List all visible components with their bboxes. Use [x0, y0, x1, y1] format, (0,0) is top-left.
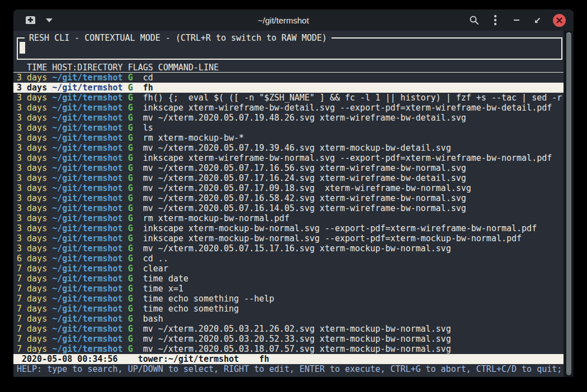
restore-window-icon — [534, 16, 542, 24]
row-command: inkscape xterm-mockup-bw-normal.svg --ex… — [143, 223, 537, 233]
row-host-directory: ~/git/termshot — [52, 213, 127, 223]
history-row[interactable]: 3 days ~/git/termshot G rm xterm-mockup-… — [13, 213, 564, 223]
history-row[interactable]: 3 days ~/git/termshot G mv ~/xterm.2020.… — [13, 203, 564, 213]
new-tab-button[interactable] — [23, 13, 37, 27]
terminal-screen: RESH CLI - CONTEXTUAL MODE - (CTRL+R to … — [13, 31, 574, 377]
history-row[interactable]: 7 days ~/git/termshot G clear — [13, 264, 564, 274]
history-row[interactable]: 3 days ~/git/termshot G mv ~/xterm.2020.… — [13, 193, 564, 203]
row-time: 3 days — [17, 73, 52, 83]
row-host-directory: ~/git/termshot — [52, 143, 127, 153]
row-flags: G — [128, 294, 143, 304]
row-host-directory: ~/git/termshot — [52, 123, 127, 133]
history-row[interactable]: 3 days ~/git/termshot G mv ~/xterm.2020.… — [13, 243, 564, 254]
row-host-directory: ~/git/termshot — [52, 193, 127, 203]
history-rows: 3 days ~/git/termshot G cd3 days ~/git/t… — [13, 73, 564, 354]
row-time: 7 days — [17, 344, 52, 354]
row-host-directory: ~/git/termshot — [52, 223, 127, 233]
search-button[interactable] — [467, 13, 481, 27]
row-time: 7 days — [17, 294, 52, 304]
row-time: 7 days — [17, 304, 52, 314]
row-command: clear — [143, 264, 168, 274]
row-host-directory: ~/git/termshot — [52, 113, 127, 123]
history-row[interactable]: 7 days ~/git/termshot G mv ~/xterm.2020.… — [13, 324, 564, 334]
row-command: ls — [143, 123, 153, 133]
history-row[interactable]: 7 days ~/git/termshot G mv ~/xterm.2020.… — [13, 344, 564, 354]
row-command: cd — [143, 73, 153, 83]
history-row[interactable]: 3 days ~/git/termshot G mv ~/xterm.2020.… — [13, 183, 564, 193]
restore-button[interactable] — [531, 13, 545, 27]
row-host-directory: ~/git/termshot — [52, 203, 127, 213]
row-command: mv ~/xterm.2020.05.07.17.16.56.svg xterm… — [143, 163, 466, 173]
row-time: 7 days — [17, 314, 52, 324]
close-button[interactable] — [552, 13, 566, 27]
history-row[interactable]: 3 days ~/git/termshot G fh() {; eval $( … — [13, 93, 564, 103]
row-command: cd .. — [143, 254, 168, 264]
history-row[interactable]: 3 days ~/git/termshot G mv ~/xterm.2020.… — [13, 173, 564, 183]
row-time: 3 days — [17, 93, 52, 103]
history-row[interactable]: 7 days ~/git/termshot G mv ~/xterm.2020.… — [13, 334, 564, 344]
history-row[interactable]: 3 days ~/git/termshot G mv ~/xterm.2020.… — [13, 143, 564, 153]
row-flags: G — [128, 83, 143, 93]
history-row[interactable]: 3 days ~/git/termshot G mv ~/xterm.2020.… — [13, 113, 564, 123]
row-flags: G — [128, 193, 143, 203]
scrollbar-track[interactable] — [564, 31, 574, 377]
row-time: 3 days — [17, 123, 52, 133]
history-row[interactable]: 7 days ~/git/termshot G time x=1 — [13, 284, 564, 294]
row-command: mv ~/xterm.2020.05.07.16.58.42.svg xterm… — [143, 193, 466, 203]
row-host-directory: ~/git/termshot — [52, 334, 127, 344]
row-flags: G — [128, 163, 143, 173]
row-command: bash — [143, 314, 163, 324]
history-row[interactable]: 3 days ~/git/termshot G rm xterm-mockup-… — [13, 133, 564, 143]
history-row[interactable]: 7 days ~/git/termshot G time date — [13, 274, 564, 284]
row-command: fh() {; eval $( ([ -n "$ZSH_NAME" ] && f… — [143, 93, 562, 103]
row-flags: G — [128, 274, 143, 284]
row-flags: G — [128, 153, 143, 163]
history-row[interactable]: 3 days ~/git/termshot G inkscape xterm-m… — [13, 233, 564, 243]
history-row[interactable]: 3 days ~/git/termshot G inkscape xterm-w… — [13, 153, 564, 163]
row-flags: G — [128, 103, 143, 113]
magnifier-icon — [469, 15, 479, 25]
history-row[interactable]: 3 days ~/git/termshot G inkscape xterm-m… — [13, 223, 564, 233]
row-command: rm xterm-mockup-bw-* — [143, 133, 244, 143]
minimize-button[interactable] — [510, 13, 523, 27]
row-flags: G — [128, 264, 143, 274]
history-row[interactable]: 3 days ~/git/termshot G cd — [13, 73, 564, 83]
row-command: inkscape xterm-mockup-bw-normal.svg --ex… — [143, 233, 522, 243]
row-host-directory: ~/git/termshot — [52, 344, 127, 354]
screenshot-canvas: ~/git/termshot — [0, 0, 587, 392]
row-flags: G — [128, 243, 143, 254]
scrollbar-thumb[interactable] — [566, 32, 571, 375]
row-time: 3 days — [17, 193, 52, 203]
history-row[interactable]: 3 days ~/git/termshot G mv ~/xterm.2020.… — [13, 163, 564, 173]
history-row[interactable]: 3 days ~/git/termshot G inkscape xterm-w… — [13, 103, 564, 113]
selected-entry-status-bar: 2020-05-08 00:34:56 tower:~/git/termshot… — [13, 354, 564, 364]
row-time: 3 days — [17, 153, 52, 163]
history-row[interactable]: 7 days ~/git/termshot G bash — [13, 314, 564, 324]
row-flags: G — [128, 183, 143, 193]
row-flags: G — [128, 123, 143, 133]
minimize-icon — [513, 17, 520, 23]
history-row[interactable]: 7 days ~/git/termshot G time echo someth… — [13, 304, 564, 314]
resh-mode-title: RESH CLI - CONTEXTUAL MODE - (CTRL+R to … — [25, 33, 332, 43]
tab-menu-button[interactable] — [42, 13, 56, 27]
row-command: mv ~/xterm.2020.05.03.21.26.02.svg xterm… — [143, 324, 451, 334]
row-time: 3 days — [17, 223, 52, 233]
row-flags: G — [128, 73, 143, 83]
row-host-directory: ~/git/termshot — [52, 153, 127, 163]
menu-button[interactable] — [489, 13, 502, 27]
text-cursor — [20, 42, 25, 54]
row-flags: G — [128, 143, 143, 153]
history-row[interactable]: 7 days ~/git/termshot G time echo someth… — [13, 294, 564, 304]
row-flags: G — [128, 314, 143, 324]
search-input-box[interactable]: RESH CLI - CONTEXTUAL MODE - (CTRL+R to … — [17, 37, 562, 60]
history-row[interactable]: 6 days ~/git/termshot G cd .. — [13, 254, 564, 264]
row-time: 7 days — [17, 284, 52, 294]
row-flags: G — [128, 203, 143, 213]
row-host-directory: ~/git/termshot — [52, 284, 127, 294]
history-row-selected[interactable]: 3 days ~/git/termshot G fh — [13, 83, 564, 93]
row-time: 3 days — [17, 143, 52, 153]
row-command: mv ~/xterm.2020.05.07.17.16.24.svg xterm… — [143, 173, 466, 183]
row-flags: G — [128, 173, 143, 183]
history-row[interactable]: 3 days ~/git/termshot G ls — [13, 123, 564, 133]
row-flags: G — [128, 344, 143, 354]
